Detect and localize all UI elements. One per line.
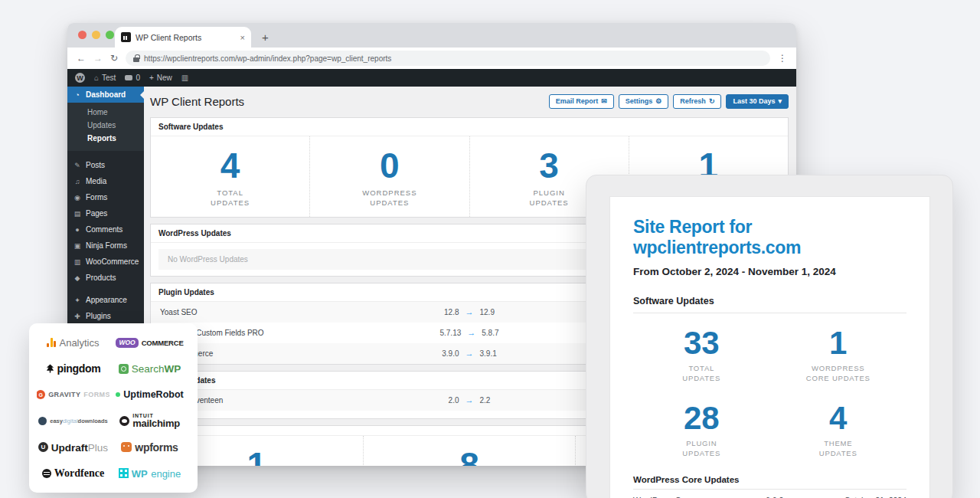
tab-title: WP Client Reports	[136, 33, 236, 42]
bottom-stat-2: 8	[364, 436, 577, 466]
date-range-dropdown[interactable]: Last 30 Days ▾	[726, 94, 789, 109]
pingdom-tree-icon	[46, 364, 54, 373]
gear-icon: ⚙	[655, 97, 662, 105]
wordpress-logo-icon[interactable]: W	[75, 73, 85, 83]
minimize-window-button[interactable]	[92, 31, 100, 39]
site-name: Test	[102, 74, 116, 82]
woocommerce-icon: ▥	[74, 258, 81, 266]
tab-close-icon[interactable]: ×	[240, 33, 245, 42]
email-report-button[interactable]: Email Report ✉	[549, 94, 614, 109]
report-core-updates-heading: WordPress Core Updates	[633, 475, 906, 490]
forward-icon[interactable]: →	[93, 53, 103, 64]
sidebar-item-forms[interactable]: ◉ Forms	[67, 189, 144, 205]
sidebar-item-comments[interactable]: ● Comments	[67, 221, 144, 238]
uptimerobot-dot-icon	[116, 392, 120, 397]
report-software-updates-heading: Software Updates	[633, 296, 906, 313]
lock-icon	[133, 57, 139, 62]
report-stat-core: 1 WORDPRESSCORE UPDATES	[770, 313, 907, 388]
back-icon[interactable]: ←	[77, 53, 86, 64]
wp-engine-puzzle-icon	[119, 468, 129, 478]
dashboard-icon: ◔	[74, 91, 81, 99]
sidebar-item-appearance[interactable]: ✦ Appearance	[67, 292, 144, 308]
products-icon: ◆	[74, 274, 81, 282]
comments-bubble-icon	[125, 75, 132, 80]
browser-menu-icon[interactable]: ⋮	[778, 53, 787, 64]
report-stat-plugin: 28 PLUGINUPDATES	[633, 388, 770, 464]
logo-easy-digital-downloads: easydigitaldownloads	[37, 408, 109, 434]
mailchimp-monkey-icon	[119, 416, 129, 426]
report-stats: 33 TOTALUPDATES 1 WORDPRESSCORE UPDATES …	[633, 313, 906, 463]
media-icon: ♫	[74, 178, 81, 185]
settings-button[interactable]: Settings ⚙	[619, 94, 669, 109]
new-tab-button[interactable]: +	[262, 31, 269, 48]
logo-searchwp: SearchWP	[109, 355, 190, 382]
page-header: WP Client Reports Email Report ✉ Setting…	[150, 91, 789, 111]
arrow-icon: →	[466, 349, 474, 358]
logo-wp-engine: WP engine	[109, 460, 190, 487]
browser-toolbar: ← → ↻ https://wpclientreports.com/wp-adm…	[67, 48, 796, 69]
arrow-icon: →	[466, 307, 474, 316]
email-icon: ✉	[601, 97, 607, 105]
sidebar-item-ninja-forms[interactable]: ▣ Ninja Forms	[67, 238, 144, 254]
sidebar-item-dashboard[interactable]: ◔ Dashboard	[67, 87, 144, 103]
browser-tab-strip: WP Client Reports × +	[67, 23, 796, 48]
sidebar-item-products[interactable]: ◆ Products	[67, 270, 144, 286]
logo-mailchimp: INTUITmailchimp	[109, 408, 190, 434]
ninja-forms-icon: ▣	[74, 242, 81, 250]
adminbar-site[interactable]: ⌂ Test	[94, 74, 116, 82]
sidebar-item-reports[interactable]: Reports	[67, 132, 144, 145]
edd-icon	[38, 417, 47, 425]
sidebar-item-woocommerce[interactable]: ▥ WooCommerce	[67, 254, 144, 270]
forms-icon: ◉	[74, 194, 81, 201]
wp-client-reports-adminbar-icon[interactable]: ▥	[181, 74, 188, 82]
report-title: Site Report for wpclientreports.com	[633, 217, 906, 258]
logo-updraftplus: U UpdraftPlus	[37, 434, 109, 460]
home-icon: ⌂	[94, 74, 99, 82]
page-title: WP Client Reports	[150, 95, 244, 108]
updraftplus-icon: U	[38, 442, 48, 452]
chevron-down-icon: ▾	[778, 97, 782, 105]
new-label: New	[157, 74, 172, 82]
plugin-name: Yoast SEO	[160, 308, 198, 316]
url-text: https://wpclientreports.com/wp-admin/ind…	[144, 54, 391, 63]
logo-wordfence: Wordfence	[37, 460, 109, 487]
analytics-bars-icon	[47, 338, 56, 347]
stat-total-updates: 4 TOTALUPDATES	[151, 136, 310, 217]
logo-woocommerce: WOO COMMERCE	[109, 329, 190, 355]
zoom-window-button[interactable]	[106, 31, 114, 39]
address-bar[interactable]: https://wpclientreports.com/wp-admin/ind…	[126, 51, 770, 66]
logo-pingdom: pingdom	[37, 355, 109, 382]
posts-icon: ✎	[74, 162, 81, 169]
close-window-button[interactable]	[78, 31, 87, 39]
plus-icon: +	[149, 74, 154, 82]
sidebar-item-pages[interactable]: ▤ Pages	[67, 205, 144, 221]
integrations-logo-card: Analytics WOO COMMERCE pingdom SearchWP …	[29, 323, 198, 493]
arrow-icon: →	[466, 395, 474, 405]
report-core-update-row: WordPress Core -> 6.6.2 October 21, 2024	[633, 490, 906, 498]
plugins-icon: ✚	[74, 313, 81, 320]
appearance-icon: ✦	[74, 297, 81, 304]
wpforms-bear-icon	[121, 442, 132, 452]
pages-icon: ▤	[74, 210, 81, 218]
reload-icon[interactable]: ↻	[110, 53, 118, 64]
sidebar-item-updates[interactable]: Updates	[67, 119, 144, 132]
site-report-mockup: Site Report for wpclientreports.com From…	[586, 175, 953, 498]
report-stat-theme: 4 THEMEUPDATES	[770, 388, 907, 464]
adminbar-new[interactable]: + New	[149, 74, 172, 82]
refresh-button[interactable]: Refresh ↻	[673, 94, 721, 109]
logo-wpforms: wpforms	[109, 434, 190, 460]
sidebar-item-media[interactable]: ♫ Media	[67, 173, 144, 189]
logo-uptimerobot: UptimeRobot	[109, 382, 190, 408]
sidebar-item-posts[interactable]: ✎ Posts	[67, 157, 144, 173]
adminbar-comments[interactable]: 0	[125, 74, 140, 82]
dashboard-submenu: Home Updates Reports	[67, 103, 144, 151]
sidebar-item-plugins[interactable]: ✚ Plugins	[67, 308, 144, 324]
wp-admin-bar: W ⌂ Test 0 + New ▥	[67, 69, 796, 87]
browser-tab[interactable]: WP Client Reports ×	[115, 27, 251, 48]
sidebar-item-home[interactable]: Home	[67, 106, 144, 119]
logo-gravity-forms: G GRAVITY FORMS	[37, 382, 109, 408]
logo-google-analytics: Analytics	[37, 329, 109, 355]
comment-count: 0	[136, 74, 140, 82]
searchwp-vault-icon	[119, 364, 129, 374]
arrow-icon: →	[467, 328, 475, 337]
